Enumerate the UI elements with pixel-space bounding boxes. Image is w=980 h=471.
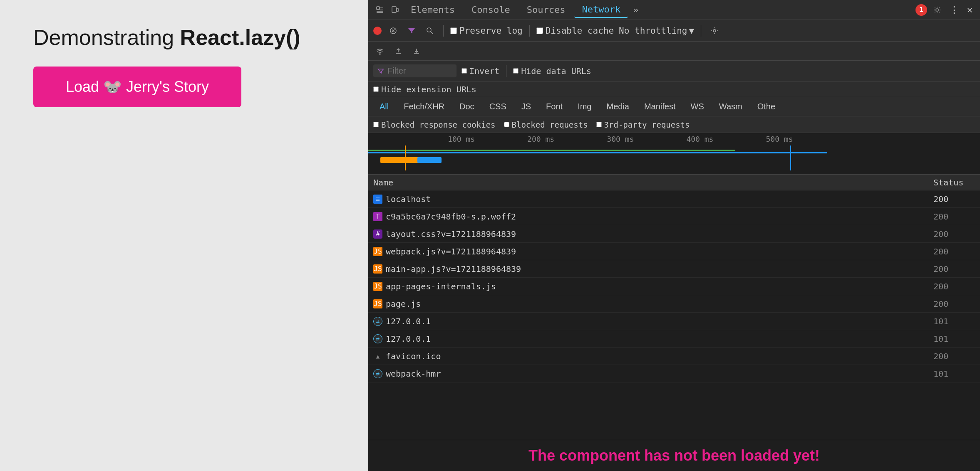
filter-btn-fetch[interactable]: Fetch/XHR — [397, 100, 451, 113]
row-icon-css: # — [373, 229, 382, 239]
tab-sources[interactable]: Sources — [519, 2, 573, 17]
stop-icon[interactable] — [387, 24, 400, 37]
blocked-cookies-checkbox[interactable] — [373, 122, 379, 127]
filter-btn-wasm[interactable]: Wasm — [713, 100, 749, 113]
devtools-toolbar2 — [368, 42, 980, 61]
toolbar-separator-2 — [529, 25, 530, 37]
table-row[interactable]: # layout.css?v=1721188964839 200 — [368, 225, 980, 243]
svg-point-10 — [380, 54, 380, 54]
row-icon-ws: ⇄ — [373, 334, 382, 343]
row-icon-other: ▲ — [373, 352, 382, 361]
hide-data-urls-checkbox[interactable] — [513, 68, 519, 74]
table-row[interactable]: ≡ localhost 200 — [368, 190, 980, 208]
preserve-log-label[interactable]: Preserve log — [450, 26, 523, 36]
more-tabs-button[interactable]: » — [630, 3, 642, 17]
third-party-checkbox[interactable] — [596, 122, 602, 127]
preserve-log-checkbox[interactable] — [450, 27, 457, 34]
download-icon[interactable] — [410, 44, 423, 58]
row-icon-js: JS — [373, 282, 382, 291]
table-row[interactable]: ⇄ webpack-hmr 101 — [368, 365, 980, 382]
table-row[interactable]: ▲ favicon.ico 200 — [368, 348, 980, 365]
filter-btn-doc[interactable]: Doc — [453, 100, 481, 113]
table-row[interactable]: JS webpack.js?v=1721188964839 200 — [368, 243, 980, 260]
inspect-icon[interactable] — [373, 4, 387, 16]
hide-data-urls-label[interactable]: Hide data URLs — [513, 66, 591, 76]
upload-icon[interactable] — [392, 44, 405, 58]
row-status: 200 — [933, 229, 975, 239]
filter-btn-img[interactable]: Img — [571, 100, 598, 113]
devtools-topbar: Elements Console Sources Network » 1 ⋮ ✕ — [368, 0, 980, 20]
hide-extension-urls-checkbox[interactable] — [373, 86, 379, 92]
row-status: 101 — [933, 369, 975, 379]
table-header: Name Status — [368, 175, 980, 190]
blocked-cookies-label[interactable]: Blocked response cookies — [373, 120, 496, 129]
row-status: 200 — [933, 299, 975, 309]
blocked-bar: Blocked response cookies Blocked request… — [368, 116, 980, 133]
blocked-requests-label[interactable]: Blocked requests — [504, 120, 588, 129]
settings-icon[interactable] — [930, 4, 944, 16]
row-name: layout.css?v=1721188964839 — [386, 229, 933, 239]
filter-btn-manifest[interactable]: Manifest — [638, 100, 682, 113]
row-icon-font: T — [373, 212, 382, 221]
filter-btn-css[interactable]: CSS — [483, 100, 513, 113]
page-title: Demonstrating React.lazy() — [33, 25, 300, 50]
filter-input[interactable] — [387, 66, 446, 76]
row-icon-js: JS — [373, 247, 382, 256]
svg-line-8 — [431, 32, 433, 34]
throttle-dropdown[interactable]: No throttling ▼ — [619, 26, 694, 36]
col-header-name: Name — [373, 178, 933, 187]
invert-checkbox[interactable] — [461, 68, 467, 74]
record-button[interactable] — [373, 27, 382, 35]
more-options-icon[interactable]: ⋮ — [947, 3, 961, 17]
row-name: c9a5bc6a7c948fb0-s.p.woff2 — [386, 212, 933, 222]
load-button[interactable]: Load 🐭 Jerry's Story — [33, 67, 241, 107]
filter-btn-ws[interactable]: WS — [685, 100, 710, 113]
invert-label[interactable]: Invert — [461, 66, 499, 76]
row-name: 127.0.0.1 — [386, 334, 933, 344]
hide-extension-urls-label[interactable]: Hide extension URLs — [373, 84, 476, 94]
table-row[interactable]: ⇄ 127.0.0.1 101 — [368, 313, 980, 330]
row-name: localhost — [386, 194, 933, 204]
title-prefix: Demonstrating — [33, 25, 180, 49]
ruler-mark-300ms: 300 ms — [607, 135, 634, 143]
table-row[interactable]: JS page.js 200 — [368, 295, 980, 313]
tab-network[interactable]: Network — [574, 2, 628, 18]
hide-extension-urls-bar: Hide extension URLs — [368, 81, 980, 97]
toolbar-separator-3 — [701, 25, 701, 37]
filter-btn-font[interactable]: Font — [540, 100, 569, 113]
search-icon[interactable] — [423, 24, 437, 37]
wifi-icon[interactable] — [373, 44, 387, 58]
network-table: Name Status ≡ localhost 200 T c9a5bc6a7c… — [368, 175, 980, 440]
toolbar-separator — [443, 25, 444, 37]
row-name: webpack.js?v=1721188964839 — [386, 247, 933, 256]
filter-btn-media[interactable]: Media — [600, 100, 635, 113]
filter-btn-all[interactable]: All — [373, 100, 395, 113]
settings-gear-icon[interactable] — [708, 24, 721, 37]
disable-cache-checkbox[interactable] — [536, 27, 543, 34]
filter-icon[interactable] — [405, 24, 418, 37]
third-party-label[interactable]: 3rd-party requests — [596, 120, 690, 129]
ruler-mark-500ms: 500 ms — [766, 135, 793, 143]
row-status: 200 — [933, 281, 975, 291]
filter-funnel-icon — [377, 68, 384, 74]
table-row[interactable]: JS main-app.js?v=1721188964839 200 — [368, 260, 980, 278]
tab-console[interactable]: Console — [464, 2, 518, 17]
table-row[interactable]: JS app-pages-internals.js 200 — [368, 278, 980, 295]
timeline-bars — [368, 145, 980, 174]
tab-elements[interactable]: Elements — [403, 2, 462, 17]
row-status: 101 — [933, 334, 975, 344]
disable-cache-label[interactable]: Disable cache — [536, 26, 614, 36]
device-icon[interactable] — [388, 4, 402, 16]
close-icon[interactable]: ✕ — [965, 3, 975, 17]
table-row[interactable]: ⇄ 127.0.0.1 101 — [368, 330, 980, 348]
title-bold: React.lazy() — [180, 25, 300, 49]
svg-rect-1 — [392, 7, 396, 12]
timeline-marker-blue — [790, 145, 791, 170]
filter-btn-other[interactable]: Othe — [751, 100, 782, 113]
table-row[interactable]: T c9a5bc6a7c948fb0-s.p.woff2 200 — [368, 208, 980, 225]
row-icon-doc: ≡ — [373, 195, 382, 204]
row-name: app-pages-internals.js — [386, 281, 933, 291]
svg-point-3 — [936, 9, 938, 11]
blocked-requests-checkbox[interactable] — [504, 122, 509, 127]
filter-btn-js[interactable]: JS — [515, 100, 537, 113]
